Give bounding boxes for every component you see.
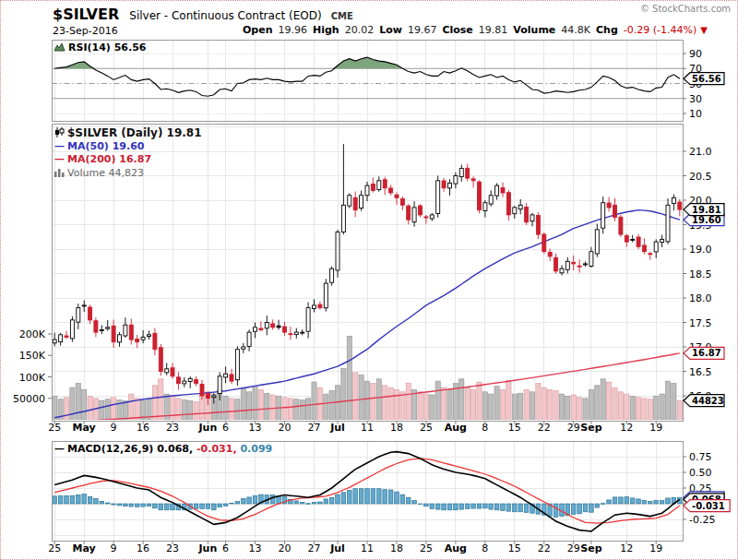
macd-hist-value: 0.099 — [240, 443, 272, 455]
volume-legend-row: Volume 44,823 — [54, 167, 202, 181]
chart-header: $SILVER Silver - Continuous Contract (EO… — [53, 6, 353, 23]
exchange-label: CME — [331, 11, 353, 21]
svg-text:18.0: 18.0 — [689, 292, 712, 304]
price-legend-symbol-row: $SILVER (Daily) 19.81 — [54, 126, 202, 140]
rsi-legend: RSI(14) 56.56 — [54, 42, 147, 54]
ohlc-quote-row: Open19.96High20.02Low19.67Close19.81Volu… — [243, 24, 708, 36]
quote-value-volume: 44.8K — [561, 24, 590, 36]
copyright: © StockCharts.com — [640, 4, 731, 14]
svg-text:16.5: 16.5 — [689, 366, 712, 378]
quote-value-chg: -0.29 (-1.44%) — [624, 24, 696, 36]
quote-label-close: Close — [442, 24, 472, 36]
change-down-arrow-icon: ▼ — [700, 25, 708, 35]
svg-text:56.56: 56.56 — [692, 74, 721, 84]
svg-text:19.81: 19.81 — [692, 205, 721, 215]
ma50-line-swatch: — — [54, 140, 65, 152]
rsi-legend-value: 56.56 — [114, 42, 147, 54]
macd-legend-label: MACD(12,26,9) — [67, 443, 153, 455]
svg-text:-0.25: -0.25 — [689, 514, 715, 526]
macd-value: 0.068, — [157, 443, 193, 455]
stockcharts-price-chart: 907050301021.020.520.019.519.018.518.017… — [0, 0, 738, 560]
quote-label-chg: Chg — [596, 24, 618, 36]
quote-label-high: High — [313, 24, 339, 36]
svg-text:50000: 50000 — [13, 393, 45, 405]
quote-label-low: Low — [379, 24, 402, 36]
macd-legend: —MACD(12,26,9) 0.068, -0.031, 0.099 — [54, 443, 272, 455]
chart-date: 23-Sep-2016 — [53, 25, 118, 37]
symbol-label: $SILVER — [53, 6, 119, 23]
quote-value-open: 19.96 — [278, 24, 307, 36]
candlestick-icon — [54, 127, 65, 137]
quote-value-close: 19.81 — [479, 24, 508, 36]
svg-text:19.60: 19.60 — [692, 215, 721, 225]
chart-title: Silver - Continuous Contract (EOD) — [129, 9, 321, 22]
svg-text:21.0: 21.0 — [689, 146, 712, 158]
svg-text:20.5: 20.5 — [689, 171, 712, 183]
chart-canvas: 907050301021.020.520.019.519.018.518.017… — [1, 1, 738, 560]
ma200-legend-row: —MA(200) 16.87 — [54, 153, 202, 167]
ma200-line-swatch: — — [54, 153, 65, 165]
svg-text:18.5: 18.5 — [689, 268, 712, 280]
quote-value-low: 19.67 — [408, 24, 437, 36]
svg-text:19.0: 19.0 — [689, 244, 712, 256]
quote-label-volume: Volume — [513, 24, 555, 36]
svg-text:30: 30 — [689, 93, 702, 105]
svg-text:100K: 100K — [19, 372, 46, 384]
quote-label-open: Open — [243, 24, 273, 36]
svg-text:16.87: 16.87 — [692, 348, 721, 358]
svg-text:0.75: 0.75 — [689, 451, 712, 463]
volume-bars-icon — [54, 168, 65, 177]
svg-text:-0.031: -0.031 — [692, 501, 725, 511]
svg-text:200K: 200K — [19, 328, 46, 340]
macd-signal-value: -0.031, — [196, 443, 237, 455]
svg-text:150K: 150K — [19, 350, 46, 362]
svg-text:90: 90 — [689, 48, 702, 60]
price-legend: $SILVER (Daily) 19.81 —MA(50) 19.60 —MA(… — [54, 126, 202, 180]
ma50-legend-row: —MA(50) 19.60 — [54, 140, 202, 154]
svg-text:10: 10 — [689, 108, 702, 120]
macd-line-swatch: — — [54, 443, 65, 455]
quote-value-high: 20.02 — [345, 24, 375, 36]
svg-text:44823: 44823 — [692, 396, 724, 406]
rsi-mountain-icon — [54, 42, 65, 52]
rsi-legend-label: RSI(14) — [68, 42, 111, 54]
svg-text:17.5: 17.5 — [689, 317, 712, 329]
svg-text:0.50: 0.50 — [689, 467, 712, 479]
